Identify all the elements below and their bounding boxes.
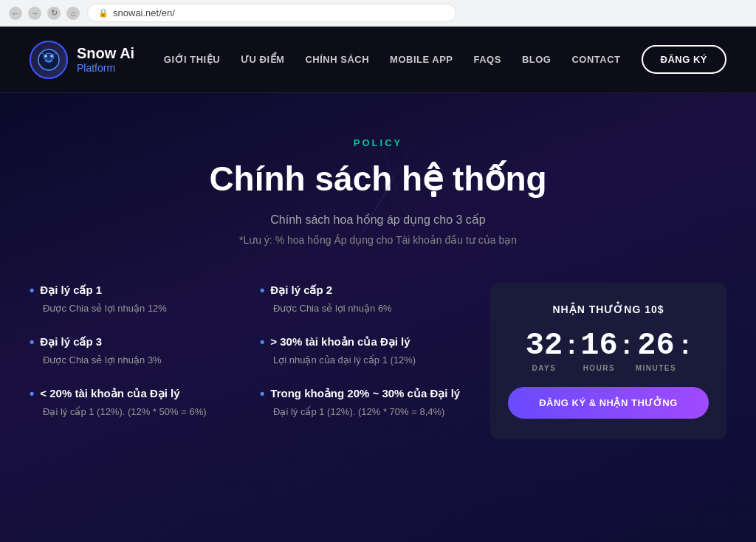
policy-item-desc-6: Đại lý cấp 1 (12%). (12% * 70% = 8,4%) bbox=[260, 406, 468, 417]
countdown-timer: 32 DAYS : 16 HOURS : 26 MINUTES : bbox=[508, 330, 709, 372]
hero-note: *Lưu ý: % hoa hồng Áp dụng cho Tài khoản… bbox=[30, 234, 726, 246]
countdown-title: NHẬN THƯỞNG 10$ bbox=[508, 303, 709, 315]
logo-text: Snow Ai Platform bbox=[77, 45, 134, 74]
logo-area: Snow Ai Platform bbox=[30, 41, 134, 79]
nav-contact[interactable]: CONTACT bbox=[571, 54, 620, 65]
policy-item-title-6: Trong khoảng 20% ~ 30% của Đại lý bbox=[260, 386, 468, 402]
forward-button[interactable]: → bbox=[28, 7, 41, 20]
timer-minutes-label: MINUTES bbox=[636, 364, 677, 372]
timer-days-label: DAYS bbox=[532, 364, 557, 372]
list-item: > 30% tài khoản của Đại lý Lợi nhuận của… bbox=[260, 335, 468, 366]
main-content: POLICY Chính sách hệ thống Chính sách ho… bbox=[0, 93, 756, 542]
policy-item-title-4: Đại lý cấp 2 bbox=[260, 283, 468, 298]
timer-hours-label: HOURS bbox=[583, 364, 616, 372]
nav-links: GIỚI THIỆU ƯU ĐIỂM CHÍNH SÁCH MOBILE APP… bbox=[164, 45, 726, 74]
timer-days-value: 32 bbox=[526, 330, 563, 361]
policy-item-title-5: > 30% tài khoản của Đại lý bbox=[260, 335, 468, 350]
svg-point-5 bbox=[51, 55, 52, 57]
list-item: Trong khoảng 20% ~ 30% của Đại lý Đại lý… bbox=[260, 386, 468, 417]
address-bar[interactable]: 🔒 snowai.net/en/ bbox=[87, 4, 456, 22]
claim-reward-button[interactable]: ĐĂNG KÝ & NHẬN THƯỞNG bbox=[508, 387, 709, 419]
policy-label: POLICY bbox=[30, 137, 726, 148]
timer-colon-3: : bbox=[679, 332, 691, 358]
policy-item-desc-1: Được Chia sẻ lợi nhuận 12% bbox=[30, 303, 238, 314]
timer-minutes-value: 26 bbox=[637, 330, 674, 361]
logo-icon bbox=[30, 41, 68, 79]
home-button[interactable]: ⌂ bbox=[66, 7, 80, 20]
policy-item-title-1: Đại lý cấp 1 bbox=[30, 283, 238, 298]
url-text: snowai.net/en/ bbox=[113, 7, 175, 18]
nav-about[interactable]: GIỚI THIỆU bbox=[164, 54, 220, 65]
register-button[interactable]: ĐĂNG KÝ bbox=[642, 45, 726, 74]
policy-item-desc-4: Được Chia sẻ lợi nhuận 6% bbox=[260, 303, 468, 314]
hero-section: POLICY Chính sách hệ thống Chính sách ho… bbox=[30, 137, 726, 246]
hero-subtitle: Chính sách hoa hồng áp dụng cho 3 cấp bbox=[30, 213, 726, 227]
content-grid: Đại lý cấp 1 Được Chia sẻ lợi nhuận 12% … bbox=[30, 283, 726, 439]
timer-colon-2: : bbox=[621, 332, 633, 358]
policy-item-title-3: < 20% tài khoản của Đại lý bbox=[30, 386, 238, 402]
timer-days: 32 DAYS bbox=[526, 330, 563, 372]
timer-minutes: 26 MINUTES bbox=[636, 330, 677, 372]
browser-controls: ← → ↻ ⌂ bbox=[9, 7, 80, 20]
back-button[interactable]: ← bbox=[9, 7, 22, 20]
list-item: < 20% tài khoản của Đại lý Đại lý cấp 1 … bbox=[30, 386, 238, 417]
logo-subtitle: Platform bbox=[77, 62, 134, 74]
timer-colon-1: : bbox=[566, 332, 577, 358]
svg-point-4 bbox=[45, 55, 47, 57]
policy-list-left: Đại lý cấp 1 Được Chia sẻ lợi nhuận 12% … bbox=[30, 283, 238, 417]
nav-faqs[interactable]: FAQS bbox=[473, 54, 501, 65]
nav-policy[interactable]: CHÍNH SÁCH bbox=[305, 54, 369, 65]
list-item: Đại lý cấp 1 Được Chia sẻ lợi nhuận 12% bbox=[30, 283, 238, 314]
reload-button[interactable]: ↻ bbox=[47, 7, 61, 20]
policy-list-right: Đại lý cấp 2 Được Chia sẻ lợi nhuận 6% >… bbox=[260, 283, 468, 417]
policy-item-desc-2: Được Chia sẻ lợi nhuận 3% bbox=[30, 354, 238, 366]
list-item: Đại lý cấp 3 Được Chia sẻ lợi nhuận 3% bbox=[30, 335, 238, 366]
navbar: Snow Ai Platform GIỚI THIỆU ƯU ĐIỂM CHÍN… bbox=[0, 27, 756, 93]
lock-icon: 🔒 bbox=[98, 8, 109, 18]
hero-title: Chính sách hệ thống bbox=[30, 160, 726, 198]
timer-hours: 16 HOURS bbox=[580, 330, 617, 372]
nav-mobile[interactable]: MOBILE APP bbox=[390, 54, 453, 65]
countdown-widget: NHẬN THƯỞNG 10$ 32 DAYS : 16 HOURS : 26 … bbox=[490, 283, 726, 439]
logo-title: Snow Ai bbox=[77, 45, 134, 62]
policy-item-desc-3: Đại lý cấp 1 (12%). (12% * 50% = 6%) bbox=[30, 406, 238, 417]
nav-blog[interactable]: BLOG bbox=[522, 54, 551, 65]
policy-item-desc-5: Lợi nhuận của đại lý cấp 1 (12%) bbox=[260, 354, 468, 366]
policy-item-title-2: Đại lý cấp 3 bbox=[30, 335, 238, 350]
timer-hours-value: 16 bbox=[580, 330, 617, 361]
browser-chrome: ← → ↻ ⌂ 🔒 snowai.net/en/ bbox=[0, 0, 756, 27]
nav-advantages[interactable]: ƯU ĐIỂM bbox=[241, 54, 284, 65]
list-item: Đại lý cấp 2 Được Chia sẻ lợi nhuận 6% bbox=[260, 283, 468, 314]
